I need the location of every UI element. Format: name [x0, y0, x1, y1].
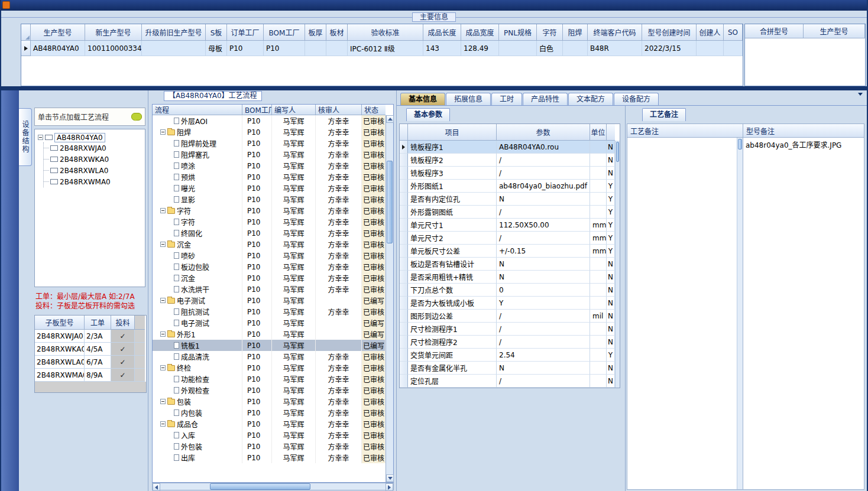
- process-col-header[interactable]: 编写人: [272, 105, 316, 115]
- process-row[interactable]: 成品仓P10马军辉方幸幸已审核: [153, 418, 386, 430]
- board-row[interactable]: 2B48RXWLA06/7A: [35, 356, 146, 369]
- process-col-header[interactable]: 核审人: [316, 105, 362, 115]
- params-vertical-scrollbar[interactable]: [615, 141, 620, 388]
- process-row[interactable]: 铣板1P10马军辉已编写: [153, 340, 386, 351]
- checkbox-checked-icon[interactable]: [111, 369, 134, 381]
- checkbox-checked-icon[interactable]: [111, 356, 134, 368]
- param-col-header[interactable]: 项目: [408, 124, 497, 141]
- tab-basic-params[interactable]: 基本参数: [406, 108, 450, 121]
- process-row[interactable]: 阻抗测试P10马军辉方幸幸已审核: [153, 306, 386, 317]
- tree-expander-icon[interactable]: [160, 242, 166, 247]
- remark-vertical-scrollbar[interactable]: [737, 138, 743, 489]
- process-row[interactable]: 曝光P10马军辉方幸幸已审核: [153, 183, 386, 194]
- param-col-header[interactable]: 单位: [590, 124, 607, 141]
- process-row[interactable]: 沉金P10马军辉方幸幸已审核: [153, 239, 386, 250]
- main-grid-column-header[interactable]: 创建人: [697, 24, 724, 41]
- param-row[interactable]: 图形到边公差/milN: [400, 310, 620, 323]
- main-grid-column-header[interactable]: SO: [724, 24, 743, 41]
- device-structure-tab[interactable]: 设备结构: [19, 108, 32, 166]
- detail-tab-4[interactable]: 产品特性: [523, 93, 568, 105]
- detail-tab-6[interactable]: 设备配方: [614, 93, 659, 105]
- tab-process-remark[interactable]: 工艺备注: [642, 108, 686, 121]
- process-row[interactable]: 喷砂P10马军辉方幸幸已审核: [153, 250, 386, 261]
- process-row[interactable]: 阻焊塞孔P10马军辉方幸幸已审核: [153, 149, 386, 160]
- process-col-header[interactable]: 状态: [362, 105, 386, 115]
- main-info-label[interactable]: 主要信息: [412, 12, 456, 22]
- select-all-button[interactable]: [21, 24, 31, 41]
- side-grid-column-header[interactable]: 合拼型号: [745, 24, 804, 38]
- scroll-left-button[interactable]: [153, 483, 160, 491]
- board-col-header[interactable]: 子板型号: [35, 316, 85, 330]
- process-row[interactable]: 外层AOIP10马军辉方幸幸已审核: [153, 115, 386, 126]
- tree-node-root[interactable]: AB48R04YA0: [35, 129, 145, 142]
- tab-overflow-button[interactable]: [858, 96, 863, 104]
- process-col-header[interactable]: 流程: [153, 105, 242, 115]
- process-row[interactable]: 字符P10马军辉方幸幸已审核: [153, 205, 386, 216]
- process-row[interactable]: 终固化P10马军辉方幸幸已审核: [153, 227, 386, 239]
- param-row[interactable]: 铣板程序3/N: [400, 167, 620, 180]
- process-row[interactable]: 外观检查P10马军辉方幸幸已审核: [153, 385, 386, 396]
- board-row[interactable]: 2B48RXWJA02/3A: [35, 330, 146, 343]
- process-row[interactable]: 出库P10马军辉方幸幸已审核: [153, 452, 386, 463]
- param-row[interactable]: 单元尺寸2/mmY: [400, 232, 620, 245]
- process-row[interactable]: 外形1P10马军辉已编写: [153, 329, 386, 340]
- process-row[interactable]: 电子测试P10马军辉已编写: [153, 317, 386, 329]
- main-grid-column-header[interactable]: 阻焊: [563, 24, 588, 41]
- main-grid-column-header[interactable]: 订单工厂: [227, 24, 264, 41]
- scroll-up-button[interactable]: [386, 115, 394, 123]
- scroll-track[interactable]: [386, 123, 393, 474]
- main-grid-column-header[interactable]: 升级前旧生产型号: [142, 24, 206, 41]
- process-horizontal-scrollbar[interactable]: [152, 483, 394, 490]
- main-grid-column-header[interactable]: 板材: [326, 24, 348, 41]
- tree-expander-icon[interactable]: [160, 298, 166, 303]
- process-row[interactable]: 包装P10马军辉方幸幸已审核: [153, 396, 386, 407]
- param-row[interactable]: 单元尺寸1112.50X50.00mmY: [400, 219, 620, 232]
- param-row[interactable]: 外形露铜图纸/Y: [400, 206, 620, 219]
- param-row[interactable]: 定位孔层/N: [400, 375, 620, 388]
- tree-node-child[interactable]: 2B48RXWKA0: [44, 154, 145, 165]
- tree-expander-icon[interactable]: [160, 208, 166, 213]
- checkbox-checked-icon[interactable]: [111, 330, 134, 342]
- main-grid-column-header[interactable]: 新生产型号: [85, 24, 142, 41]
- main-grid-column-header[interactable]: PNL规格: [499, 24, 537, 41]
- board-row[interactable]: 2B48RXWKA04/5A: [35, 343, 146, 356]
- process-row[interactable]: 喷涂P10马军辉方幸幸已审核: [153, 160, 386, 171]
- param-row[interactable]: 铣板程序2/N: [400, 154, 620, 167]
- scroll-thumb[interactable]: [210, 483, 310, 490]
- main-grid-column-header[interactable]: BOM工厂: [264, 24, 305, 41]
- param-row[interactable]: 下刀点总个数0N: [400, 284, 620, 297]
- param-row[interactable]: 尺寸检测程序2/N: [400, 336, 620, 349]
- scroll-thumb[interactable]: [387, 161, 393, 243]
- main-grid-data-row[interactable]: AB48R04YA010011000033469母板P10P10IPC-6012…: [21, 41, 743, 56]
- remark-col-header[interactable]: 工艺备注: [627, 123, 743, 138]
- detail-tab-1[interactable]: 基本信息: [400, 93, 445, 105]
- main-grid-column-header[interactable]: 成品长度: [423, 24, 461, 41]
- scroll-right-button[interactable]: [386, 483, 393, 491]
- main-grid-column-header[interactable]: 验收标准: [348, 24, 423, 41]
- remark-col-header[interactable]: 型号备注: [743, 123, 864, 138]
- detail-tab-3[interactable]: 工时: [491, 93, 522, 105]
- param-row[interactable]: 外形图纸1ab48r04ya0_biaozhu.pdfY: [400, 180, 620, 193]
- main-grid-column-header[interactable]: 型号创建时间: [642, 24, 697, 41]
- process-row[interactable]: 阻焊P10马军辉方幸幸已审核: [153, 126, 386, 138]
- param-row[interactable]: 板边是否有钻槽设计NN: [400, 258, 620, 271]
- main-grid-column-header[interactable]: 生产型号: [31, 24, 85, 41]
- main-grid-column-header[interactable]: 终端客户代码: [588, 24, 642, 41]
- process-remark-column[interactable]: [627, 138, 743, 490]
- param-row[interactable]: 铣板程序1AB48R04YA0.rouN: [400, 141, 620, 154]
- process-row[interactable]: 水洗烘干P10马军辉方幸幸已审核: [153, 284, 386, 295]
- param-row[interactable]: 单元板尺寸公差+/-0.15mmY: [400, 245, 620, 258]
- tree-node-child[interactable]: 2B48RXWLA0: [44, 165, 145, 176]
- param-row[interactable]: 是否采用粗铣+精铣NN: [400, 271, 620, 284]
- param-row[interactable]: 是否有内定位孔NY: [400, 193, 620, 206]
- scroll-track[interactable]: [160, 483, 386, 490]
- param-row[interactable]: 交货单元间距2.54Y: [400, 349, 620, 362]
- detail-tab-2[interactable]: 拓展信息: [446, 93, 491, 105]
- tree-node-child[interactable]: 2B48RXWMA0: [44, 176, 145, 187]
- param-col-header[interactable]: 参数: [497, 124, 590, 141]
- side-grid-column-header[interactable]: 生产型号: [804, 24, 865, 38]
- main-grid-column-header[interactable]: S板: [206, 24, 227, 41]
- process-row[interactable]: 内包装P10马军辉方幸幸已审核: [153, 407, 386, 418]
- board-row[interactable]: 2B48RXWMA08/9A: [35, 369, 146, 382]
- tree-node-child[interactable]: 2B48RXWJA0: [44, 142, 145, 154]
